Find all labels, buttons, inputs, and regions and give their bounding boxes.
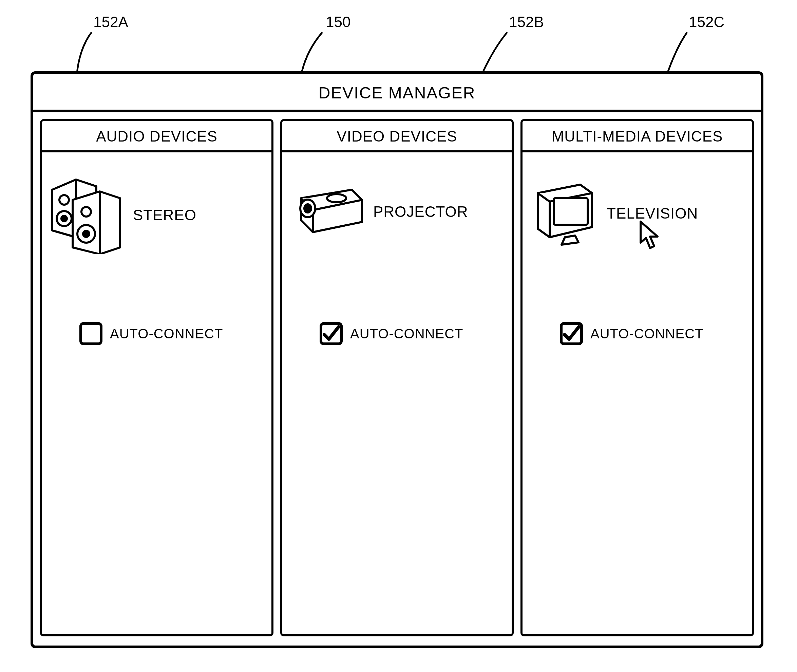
- cursor-icon: [638, 220, 661, 252]
- svg-point-2: [61, 216, 67, 221]
- panel-body-multimedia: TELEVISION AUTO-CONNECT: [522, 152, 752, 634]
- panel-header-video: VIDEO DEVICES: [282, 121, 512, 152]
- television-icon: [529, 179, 597, 247]
- window-title: DEVICE MANAGER: [33, 74, 761, 112]
- device-projector[interactable]: PROJECTOR: [289, 183, 468, 241]
- svg-point-7: [304, 204, 311, 213]
- svg-point-0: [59, 195, 69, 205]
- diagram-canvas: 152A 150 152B 152C 154 156A 158 156B 156…: [0, 0, 797, 672]
- svg-point-3: [81, 207, 91, 216]
- auto-connect-audio[interactable]: AUTO-CONNECT: [79, 322, 223, 345]
- checkbox-video[interactable]: [319, 322, 343, 345]
- panel-header-audio: AUDIO DEVICES: [42, 121, 272, 152]
- panel-header-multimedia: MULTI-MEDIA DEVICES: [522, 121, 752, 152]
- panel-audio-devices: AUDIO DEVICES: [40, 119, 273, 636]
- auto-connect-video[interactable]: AUTO-CONNECT: [319, 322, 463, 345]
- checkbox-label-multimedia: AUTO-CONNECT: [590, 326, 703, 341]
- svg-point-8: [327, 194, 346, 202]
- device-label-television: TELEVISION: [607, 205, 698, 222]
- speakers-icon: [49, 176, 123, 254]
- checkbox-label-audio: AUTO-CONNECT: [110, 326, 223, 341]
- panel-body-audio: STEREO AUTO-CONNECT: [42, 152, 272, 634]
- panel-multimedia-devices: MULTI-MEDIA DEVICES: [521, 119, 754, 636]
- checkbox-audio[interactable]: [79, 322, 102, 345]
- device-label-stereo: STEREO: [133, 207, 196, 224]
- device-stereo[interactable]: STEREO: [49, 176, 196, 254]
- checkbox-multimedia[interactable]: [560, 322, 583, 345]
- checkbox-label-video: AUTO-CONNECT: [350, 326, 463, 341]
- svg-rect-9: [554, 198, 588, 225]
- device-manager-window: DEVICE MANAGER AUDIO DEVICES: [30, 71, 763, 648]
- projector-icon: [289, 183, 364, 241]
- device-label-projector: PROJECTOR: [373, 203, 468, 220]
- panel-body-video: PROJECTOR AUTO-CONNECT: [282, 152, 512, 634]
- svg-point-5: [83, 231, 89, 237]
- device-television[interactable]: TELEVISION: [529, 179, 698, 247]
- panels-row: AUDIO DEVICES: [33, 112, 761, 643]
- panel-video-devices: VIDEO DEVICES: [280, 119, 514, 636]
- auto-connect-multimedia[interactable]: AUTO-CONNECT: [560, 322, 703, 345]
